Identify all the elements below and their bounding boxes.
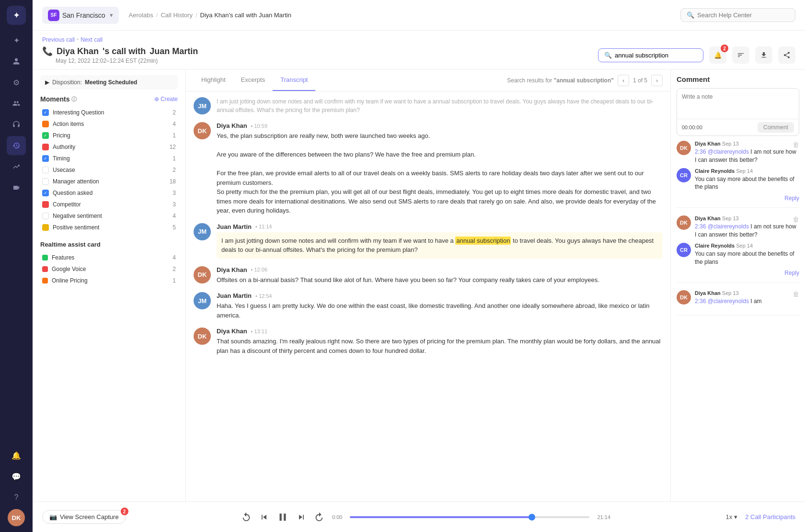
user-avatar[interactable]: DK <box>8 509 25 526</box>
moment-list-item[interactable]: Negative sentiment 4 <box>40 210 178 222</box>
speed-selector[interactable]: 1x ▾ <box>725 513 737 521</box>
breadcrumb-section[interactable]: Call History <box>161 11 192 19</box>
realtime-dot <box>42 255 48 260</box>
app-logo: ✦ <box>7 6 26 25</box>
pause-button[interactable] <box>276 511 289 523</box>
moment-name: Timing <box>53 155 70 162</box>
sparkles-nav-icon[interactable]: ✦ <box>7 31 26 50</box>
next-call-link[interactable]: Next call <box>80 36 103 43</box>
moment-list-item[interactable]: Authority 12 <box>40 141 178 153</box>
help-nav-icon[interactable]: ? <box>7 488 26 507</box>
moment-checkbox[interactable]: ✓ <box>42 190 49 196</box>
moment-count: 3 <box>166 201 176 208</box>
workspace-selector[interactable]: SF San Francisco ▾ <box>42 7 119 24</box>
disposition-label: Disposition: <box>52 79 82 86</box>
tab-highlight[interactable]: Highlight <box>194 69 233 91</box>
progress-thumb[interactable] <box>529 514 535 521</box>
moment-list-item[interactable]: Manager attention 18 <box>40 176 178 187</box>
moment-checkbox[interactable] <box>42 167 49 173</box>
comment-submit-button[interactable]: Comment <box>758 122 794 133</box>
message-text: Offsites on a bi-annual basis? That soun… <box>217 275 663 285</box>
screen-capture-button[interactable]: 📷 View Screen Capture 2 <box>42 510 126 524</box>
tab-transcript[interactable]: Transcript <box>273 69 315 91</box>
breadcrumb-org[interactable]: Aerolabs <box>128 11 153 19</box>
tab-excerpts[interactable]: Excerpts <box>233 69 273 91</box>
video-nav-icon[interactable] <box>7 178 26 197</box>
disposition-row: ▶ Disposition: Meeting Scheduled <box>40 75 178 90</box>
team-nav-icon[interactable] <box>7 94 26 113</box>
moment-checkbox[interactable]: ✓ <box>42 109 49 116</box>
moment-checkbox[interactable]: ✓ <box>42 132 49 139</box>
previous-call-link[interactable]: Previous call <box>42 36 75 43</box>
message-author: Juan Martin <box>217 292 252 299</box>
moment-list-item[interactable]: ✓ Question asked 3 <box>40 187 178 199</box>
message-time: • 12:06 <box>251 267 267 272</box>
realtime-list-item[interactable]: Online Pricing 1 <box>40 275 178 286</box>
delete-comment-icon[interactable]: 🗑 <box>793 290 799 298</box>
skip-back-button[interactable] <box>259 512 269 522</box>
message-author: Diya Khan <box>217 266 247 273</box>
comment-body: Diya Khan Sep 13 2:36 @clairereynolds I … <box>695 215 799 239</box>
help-search-input[interactable] <box>697 11 783 19</box>
realtime-title: Realtime assist card <box>40 241 178 248</box>
search-results-text: Search results for "annual subscription" <box>507 77 614 84</box>
create-moment-button[interactable]: ⊕ Create <box>154 96 178 102</box>
download-button[interactable] <box>755 46 772 64</box>
moment-checkbox[interactable]: ✓ <box>42 155 49 162</box>
message-avatar: DK <box>194 266 211 283</box>
moment-list-item[interactable]: ✓ Timing 1 <box>40 153 178 164</box>
rewind-button[interactable]: 15 <box>241 512 252 522</box>
message-block: JM I am just jotting down some notes and… <box>194 97 663 114</box>
share-button[interactable] <box>778 46 795 64</box>
moment-list-item[interactable]: Action items 4 <box>40 118 178 130</box>
skip-forward-button[interactable] <box>297 512 306 522</box>
reply-button[interactable]: Reply <box>677 270 799 276</box>
moment-list-item[interactable]: Usecase 2 <box>40 164 178 176</box>
fast-forward-button[interactable] <box>314 512 324 522</box>
progress-track[interactable] <box>350 516 589 518</box>
workspace-name: San Francisco <box>62 11 105 19</box>
moment-list-item[interactable]: ✓ Pricing 1 <box>40 130 178 141</box>
chart-nav-icon[interactable] <box>7 157 26 176</box>
search-prev-button[interactable]: ‹ <box>618 75 629 86</box>
reply-button[interactable]: Reply <box>677 195 799 202</box>
transcript-search-input[interactable] <box>615 52 691 59</box>
comment-body: Diya Khan Sep 13 2:36 @clairereynolds I … <box>695 290 799 306</box>
history-nav-icon[interactable] <box>7 136 26 155</box>
moment-checkbox[interactable] <box>42 121 49 127</box>
moment-checkbox[interactable] <box>42 144 49 150</box>
filter-button[interactable] <box>732 46 749 64</box>
person-nav-icon[interactable] <box>7 52 26 71</box>
moment-list-item[interactable]: ✓ Interesting Question 2 <box>40 107 178 118</box>
chat-nav-icon[interactable]: 💬 <box>7 467 26 486</box>
moment-checkbox[interactable] <box>42 178 49 185</box>
realtime-list-item[interactable]: Google Voice 2 <box>40 263 178 275</box>
comment-textarea[interactable] <box>677 89 799 117</box>
camera-icon: 📷 <box>49 513 57 521</box>
transcript-content: JM I am just jotting down some notes and… <box>186 91 670 501</box>
moment-name: Question asked <box>53 190 92 196</box>
moments-help-icon[interactable]: ⓘ <box>71 96 77 103</box>
message-text: I am just jotting down some notes and wi… <box>217 97 663 114</box>
delete-comment-icon[interactable]: 🗑 <box>793 215 799 223</box>
moment-checkbox[interactable] <box>42 201 49 208</box>
realtime-list-item[interactable]: Features 4 <box>40 252 178 263</box>
headset-nav-icon[interactable] <box>7 115 26 134</box>
bell-nav-icon[interactable]: 🔔 <box>7 446 26 465</box>
moment-list-item[interactable]: Competitor 3 <box>40 199 178 210</box>
search-next-button[interactable]: › <box>651 75 663 86</box>
message-avatar: DK <box>194 328 211 345</box>
moment-checkbox[interactable] <box>42 224 49 231</box>
notifications-button[interactable]: 🔔 2 <box>709 46 726 64</box>
comment-avatar: DK <box>677 141 691 155</box>
delete-comment-icon[interactable]: 🗑 <box>793 141 799 148</box>
progress-bar[interactable] <box>350 516 589 518</box>
moment-name: Usecase <box>53 167 75 173</box>
comment-avatar: CR <box>677 243 691 257</box>
participants-button[interactable]: 2 Call Participants <box>745 513 795 521</box>
gear-nav-icon[interactable]: ⚙ <box>7 73 26 92</box>
highlight-match: annual subscription <box>455 237 511 245</box>
moment-list-item[interactable]: Positive sentiment 5 <box>40 222 178 233</box>
moment-checkbox[interactable] <box>42 213 49 219</box>
message-body: Diya Khan • 10:59 Yes, the plan subscrip… <box>217 122 663 215</box>
